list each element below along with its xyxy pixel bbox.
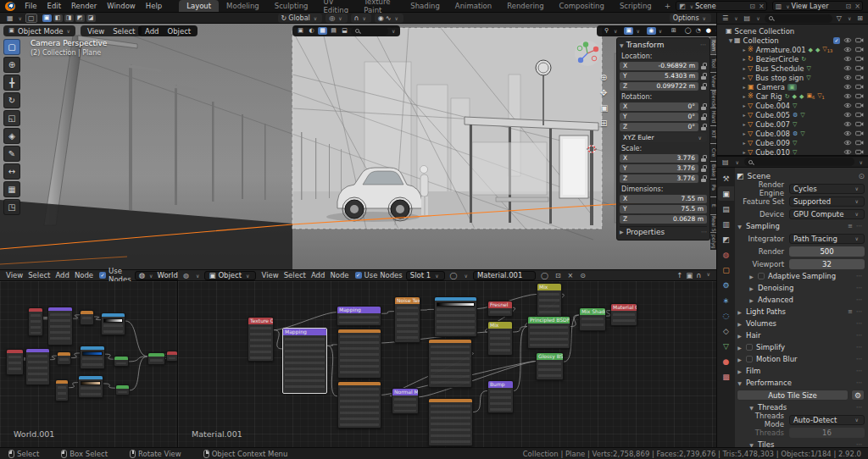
threads-mode-dropdown[interactable]: Auto-Detect∨ <box>789 415 865 425</box>
panel-menu-icon[interactable]: ⋯ <box>856 441 865 447</box>
camera-render-icon[interactable] <box>855 121 864 127</box>
expand-arrow-icon[interactable]: ▸ <box>741 93 748 99</box>
outliner-item-cube-004[interactable]: ▸▽Cube.004▽ <box>717 101 868 110</box>
expand-arrow-icon[interactable]: ▸ <box>741 121 748 127</box>
tool-scale[interactable]: ◱ <box>3 110 20 126</box>
expand-arrow-icon[interactable]: ▸ <box>741 102 748 108</box>
ortho-toggle-icon[interactable]: ⊞ <box>600 119 608 128</box>
copy-icon[interactable]: ⊡ <box>844 3 854 10</box>
lock-icon[interactable] <box>701 83 707 90</box>
location-z-field[interactable]: Z0.099722 m <box>620 82 698 91</box>
properties-tab-world[interactable]: ◍ <box>718 247 734 262</box>
location-y-field[interactable]: Y5.4303 m <box>620 72 698 80</box>
gear-icon[interactable]: ⚙ <box>851 390 865 401</box>
header-toggle-icon-0[interactable]: ▣ <box>296 27 305 35</box>
navigation-gizmo[interactable] <box>575 41 600 66</box>
section-tiles[interactable]: ▼Tiles⋯ <box>737 439 865 447</box>
outliner-item-cube-007[interactable]: ▸▽Cube.007▽ <box>717 119 868 129</box>
properties-tab-render[interactable]: ▣ <box>718 186 734 201</box>
shader-node-unnamed-9[interactable] <box>428 398 473 446</box>
material-menu-add[interactable]: Add <box>309 271 327 279</box>
view-layer-selector[interactable]: ▥∨ View Layer ⊡× <box>772 1 863 11</box>
menu-file[interactable]: File <box>19 2 42 10</box>
sidebar-tab-hard[interactable]: Hard <box>710 108 716 125</box>
viewport-menu-select[interactable]: Select <box>109 27 138 36</box>
tool-annotate[interactable]: ✎ <box>3 146 20 162</box>
sidebar-tab-real-s[interactable]: Real S <box>710 215 716 232</box>
expand-arrow-icon[interactable]: ▸ <box>741 47 748 53</box>
gizmos-toggle[interactable]: ▣∨ <box>624 27 641 35</box>
node-editor-world[interactable]: World.001 <box>0 281 178 447</box>
eye-icon[interactable] <box>843 47 852 53</box>
lock-icon[interactable] <box>701 63 707 69</box>
panel-menu-icon[interactable]: ⋯ <box>856 332 865 339</box>
active-tool-icon[interactable]: ▢ <box>25 14 37 23</box>
tab-layout[interactable]: Layout <box>179 0 219 12</box>
pivot-point-dropdown[interactable]: ◎∨ <box>326 14 347 23</box>
show-gizmo-toggle[interactable]: ⚲∨ <box>602 27 619 35</box>
outliner-item-cube-009[interactable]: ▸▽Cube.009▽ <box>717 138 868 147</box>
header-toggle-icon-2[interactable]: ▦ <box>318 27 327 35</box>
camera-render-icon[interactable] <box>855 75 864 80</box>
shader-node-unnamed-9[interactable] <box>55 379 69 401</box>
shader-node-unnamed-3[interactable] <box>337 329 381 379</box>
section-denoising[interactable]: ▶Denoising⋯ <box>737 282 865 294</box>
section-hair[interactable]: ▶Hair⋯ <box>737 329 865 341</box>
panel-menu-icon[interactable]: ⋯ <box>856 344 865 351</box>
section-motion-blur[interactable]: ▶Motion Blur⋯ <box>737 353 865 365</box>
world-menu-node[interactable]: Node <box>72 271 96 279</box>
expand-arrow-icon[interactable]: ▸ <box>741 56 748 62</box>
overlays-toggle[interactable]: ◉∨ <box>647 27 664 35</box>
transform-panel-header[interactable]: ▼ Transform⋯ <box>620 40 707 50</box>
section-performance[interactable]: ▼Performance⋯ <box>737 377 865 389</box>
sidebar-tab-view[interactable]: View <box>710 73 716 90</box>
eye-icon[interactable] <box>843 130 852 136</box>
eye-icon[interactable] <box>843 121 852 127</box>
tool-move[interactable]: ╋ <box>3 75 20 91</box>
shader-node-mix[interactable]: Mix <box>537 283 562 318</box>
filter-icon[interactable]: ▤ <box>743 14 753 22</box>
new-collection-icon[interactable]: ⊞ <box>855 14 865 22</box>
tool-measure[interactable]: ↔ <box>3 163 20 180</box>
editor-type-icon[interactable]: ▦ <box>5 14 15 22</box>
select-mode-4[interactable]: ◪ <box>86 14 96 22</box>
panel-menu-icon[interactable]: ⋯ <box>856 404 865 411</box>
shader-node-principled-bsdf[interactable]: Principled BSDF <box>527 316 570 349</box>
camera-render-icon[interactable] <box>855 56 864 62</box>
viewport-samples-field[interactable]: 32 <box>789 259 865 269</box>
panel-menu-icon[interactable]: ⋯ <box>856 320 865 327</box>
viewport-menu-view[interactable]: View <box>84 27 108 36</box>
shader-node-material-output[interactable]: Material Output <box>610 303 637 326</box>
lock-icon[interactable] <box>701 73 707 80</box>
section-checkbox[interactable] <box>746 344 753 351</box>
expand-arrow-icon[interactable]: ▸ <box>741 65 748 71</box>
section-film[interactable]: ▶Film⋯ <box>737 365 865 377</box>
panel-menu-icon[interactable]: ⋯ <box>856 356 865 362</box>
integrator-dropdown[interactable]: Path Tracing∨ <box>789 234 865 244</box>
view-layer-name[interactable]: View Layer <box>792 3 844 10</box>
shader-node-unnamed-7[interactable] <box>428 339 472 388</box>
lock-icon[interactable] <box>701 103 707 110</box>
tab-sculpting[interactable]: Sculpting <box>267 0 316 12</box>
outliner-item-cube-008[interactable]: ▸▽Cube.008⚙▽ <box>717 129 868 138</box>
rotation-x-field[interactable]: X0° <box>620 102 698 111</box>
eye-icon[interactable] <box>843 37 852 43</box>
camera-render-icon[interactable] <box>855 112 864 118</box>
material-menu-select[interactable]: Select <box>281 271 309 279</box>
scene-name[interactable]: Scene <box>695 3 748 10</box>
shader-node-unnamed-5[interactable] <box>25 348 50 385</box>
properties-tab-particles[interactable]: ∗ <box>718 293 734 307</box>
sidebar-tab-tool[interactable]: Tool <box>710 55 716 72</box>
viewport-menu-add[interactable]: Add <box>142 27 162 36</box>
tab-compositing[interactable]: Compositing <box>552 0 612 12</box>
pin-icon[interactable]: ⊙ <box>858 172 865 180</box>
section-checkbox[interactable] <box>746 356 753 362</box>
rotation-mode-dropdown[interactable]: XYZ Euler∨ <box>620 133 707 142</box>
outliner-item-bus-stop-sign[interactable]: ▸▽Bus stop sign▽ <box>717 73 868 82</box>
shader-node-texture-coordinate[interactable]: Texture Coordinate <box>248 317 274 362</box>
tool-add-cube[interactable]: ▦ <box>3 181 20 197</box>
rotation-z-field[interactable]: Z0° <box>620 123 698 131</box>
outliner-item-car-rig[interactable]: ▸※Car Rig↻◆◆▣6▽1 <box>717 91 868 101</box>
xray-toggle[interactable]: ⊞ <box>669 27 678 35</box>
dimensions-z-field[interactable]: Z0.0628 m <box>620 215 707 224</box>
